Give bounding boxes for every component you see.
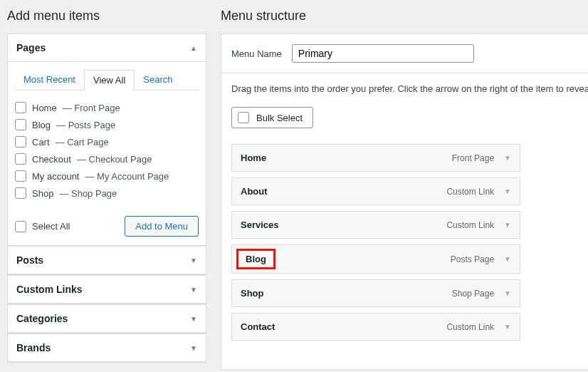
checkbox[interactable]: [15, 102, 26, 113]
page-name: Checkout: [32, 154, 71, 165]
menu-item-type: Custom Link: [446, 187, 494, 197]
page-checkbox-item[interactable]: Cart — Cart Page: [15, 133, 199, 150]
menu-item-type: Posts Page: [451, 254, 494, 264]
menu-item-name: Home: [241, 153, 266, 163]
triangle-down-icon[interactable]: ▼: [504, 187, 511, 195]
select-all-label: Select All: [32, 221, 70, 232]
page-suffix: — Posts Page: [56, 120, 115, 130]
add-to-menu-button[interactable]: Add to Menu: [125, 216, 199, 237]
menu-item-blog[interactable]: BlogPosts Page▼: [231, 244, 520, 274]
page-checkbox-item[interactable]: Checkout — Checkout Page: [15, 150, 199, 167]
menu-item-about[interactable]: AboutCustom Link▼: [231, 177, 520, 205]
accordion-posts[interactable]: Posts▼: [8, 247, 206, 274]
page-name: Blog: [32, 120, 51, 130]
menu-item-type: Front Page: [452, 153, 494, 163]
checkbox[interactable]: [15, 119, 26, 130]
accordion-label: Brands: [16, 342, 51, 353]
menu-item-contact[interactable]: ContactCustom Link▼: [231, 313, 520, 341]
triangle-down-icon[interactable]: ▼: [504, 221, 511, 229]
menu-name-label: Menu Name: [231, 48, 282, 59]
page-suffix: — My Account Page: [85, 171, 169, 182]
page-suffix: — Checkout Page: [77, 154, 152, 165]
menu-item-type: Custom Link: [446, 220, 494, 230]
page-name: Cart: [32, 137, 50, 148]
menu-item-name: Services: [241, 219, 279, 230]
menu-item-type: Shop Page: [452, 289, 494, 299]
select-all-checkbox[interactable]: [15, 221, 26, 232]
triangle-down-icon[interactable]: ▼: [504, 289, 511, 297]
checkbox[interactable]: [15, 136, 26, 148]
menu-structure-heading: Menu structure: [221, 9, 588, 24]
menu-item-shop[interactable]: ShopShop Page▼: [231, 279, 520, 307]
tab-view-all[interactable]: View All: [84, 70, 135, 91]
checkbox[interactable]: [15, 170, 26, 182]
add-items-heading: Add menu items: [7, 9, 206, 24]
menu-item-name: Shop: [241, 288, 264, 299]
page-suffix: — Cart Page: [56, 137, 109, 148]
triangle-down-icon: ▼: [190, 286, 197, 294]
triangle-up-icon: ▲: [190, 44, 197, 52]
bulk-select-checkbox[interactable]: [238, 112, 249, 123]
checkbox[interactable]: [15, 187, 26, 199]
triangle-down-icon: ▼: [190, 344, 197, 352]
accordion-pages[interactable]: Pages ▲: [8, 34, 206, 62]
page-suffix: — Shop Page: [59, 188, 117, 199]
triangle-down-icon: ▼: [190, 315, 197, 323]
accordion-label: Custom Links: [16, 284, 83, 295]
menu-item-home[interactable]: HomeFront Page▼: [231, 144, 520, 172]
bulk-select-label: Bulk Select: [256, 113, 303, 123]
triangle-down-icon: ▼: [190, 257, 197, 264]
instructions-text: Drag the items into the order you prefer…: [231, 83, 588, 94]
menu-item-type: Custom Link: [446, 322, 494, 332]
checkbox[interactable]: [15, 153, 26, 165]
tab-most-recent[interactable]: Most Recent: [15, 70, 84, 91]
triangle-down-icon[interactable]: ▼: [504, 255, 511, 263]
accordion-brands[interactable]: Brands▼: [8, 334, 206, 362]
accordion-categories[interactable]: Categories▼: [8, 305, 206, 333]
menu-item-name: About: [241, 186, 268, 197]
accordion-label: Categories: [16, 313, 68, 324]
page-checkbox-item[interactable]: Shop — Shop Page: [15, 185, 199, 202]
page-name: Shop: [32, 188, 53, 199]
select-all[interactable]: Select All: [15, 221, 70, 232]
menu-item-name: Blog: [236, 249, 275, 269]
page-checkbox-item[interactable]: Home — Front Page: [15, 99, 199, 116]
page-checkbox-item[interactable]: My account — My Account Page: [15, 167, 199, 185]
triangle-down-icon[interactable]: ▼: [504, 154, 511, 162]
page-name: Home: [32, 103, 57, 113]
menu-item-name: Contact: [241, 321, 275, 332]
page-checkbox-item[interactable]: Blog — Posts Page: [15, 116, 199, 133]
page-name: My account: [32, 171, 79, 182]
accordion-label: Posts: [16, 254, 43, 266]
accordion-pages-label: Pages: [16, 42, 46, 53]
triangle-down-icon[interactable]: ▼: [504, 323, 511, 331]
menu-name-input[interactable]: [292, 44, 474, 63]
accordion-custom-links[interactable]: Custom Links▼: [8, 276, 206, 304]
page-suffix: — Front Page: [63, 103, 120, 113]
menu-item-services[interactable]: ServicesCustom Link▼: [231, 211, 520, 239]
tab-search[interactable]: Search: [135, 70, 181, 91]
bulk-select-button[interactable]: Bulk Select: [231, 107, 313, 128]
